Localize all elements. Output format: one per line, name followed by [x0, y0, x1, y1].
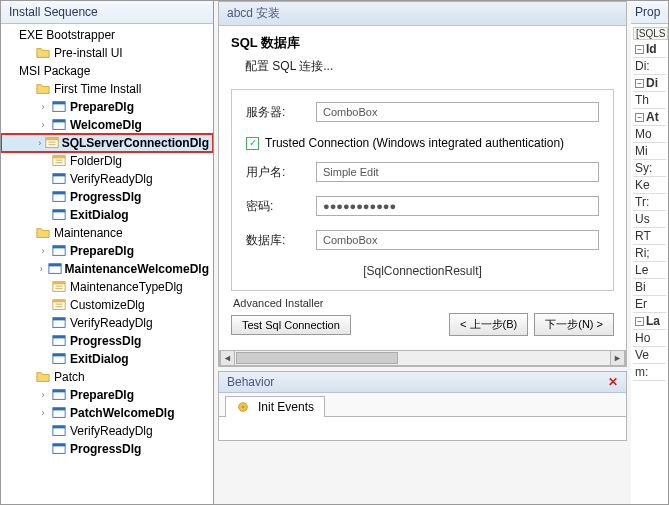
scroll-left-icon[interactable]: ◄ — [220, 351, 235, 365]
scroll-thumb[interactable] — [236, 352, 398, 364]
trusted-label: Trusted Connection (Windows integrated a… — [265, 136, 564, 150]
tree-item[interactable]: CustomizeDlg — [1, 296, 213, 314]
expander-icon[interactable]: › — [37, 119, 49, 131]
expander-icon — [37, 209, 49, 221]
tree-item[interactable]: ›PrepareDlg — [1, 98, 213, 116]
tree-item[interactable]: ExitDialog — [1, 206, 213, 224]
close-icon[interactable]: ✕ — [608, 375, 618, 389]
expander-icon[interactable]: › — [37, 137, 43, 149]
property-row[interactable]: Mo — [633, 126, 666, 143]
property-row[interactable]: Us — [633, 211, 666, 228]
tree-item-label: PrepareDlg — [70, 386, 134, 404]
tree-item[interactable]: ›PrepareDlg — [1, 386, 213, 404]
tree-item-label: ProgressDlg — [70, 188, 141, 206]
tree-item[interactable]: VerifyReadyDlg — [1, 170, 213, 188]
svg-rect-19 — [53, 282, 65, 285]
svg-rect-23 — [53, 318, 65, 321]
svg-point-37 — [242, 406, 245, 409]
server-combobox[interactable]: ComboBox — [316, 102, 599, 122]
tree-item[interactable]: Patch — [1, 368, 213, 386]
password-input[interactable]: ●●●●●●●●●●● — [316, 196, 599, 216]
property-row[interactable]: Ho — [633, 330, 666, 347]
tree-item[interactable]: ExitDialog — [1, 350, 213, 368]
tree-item-label: ExitDialog — [70, 350, 129, 368]
expander-icon[interactable]: › — [37, 407, 49, 419]
svg-rect-31 — [53, 408, 65, 411]
test-connection-button[interactable]: Test Sql Connection — [231, 315, 351, 335]
tree-item[interactable]: Maintenance — [1, 224, 213, 242]
property-row[interactable]: Th — [633, 92, 666, 109]
property-row[interactable]: RT — [633, 228, 666, 245]
expander-icon — [37, 155, 49, 167]
tree-item[interactable]: ›PatchWelcomeDlg — [1, 404, 213, 422]
username-input[interactable]: Simple Edit — [316, 162, 599, 182]
folder-icon — [35, 45, 51, 61]
property-category[interactable]: −La — [633, 313, 666, 330]
tree-item-label: PrepareDlg — [70, 98, 134, 116]
svg-rect-1 — [53, 102, 65, 105]
tree-item-label: VerifyReadyDlg — [70, 170, 153, 188]
username-label: 用户名: — [246, 164, 316, 181]
property-row[interactable]: Le — [633, 262, 666, 279]
trusted-checkbox[interactable]: ✓ — [246, 137, 259, 150]
property-row[interactable]: Ke — [633, 177, 666, 194]
tab-init-events[interactable]: Init Events — [225, 396, 325, 417]
scroll-right-icon[interactable]: ► — [610, 351, 625, 365]
tree-item-label: Patch — [54, 368, 85, 386]
tree-item-label: WelcomeDlg — [70, 116, 142, 134]
sequence-tree[interactable]: EXE BootstrapperPre-install UIMSI Packag… — [1, 24, 213, 504]
tree-item[interactable]: ›PrepareDlg — [1, 242, 213, 260]
tree-item[interactable]: VerifyReadyDlg — [1, 314, 213, 332]
database-combobox[interactable]: ComboBox — [316, 230, 599, 250]
tree-item[interactable]: MaintenanceTypeDlg — [1, 278, 213, 296]
dialog-icon — [45, 135, 59, 151]
expander-icon[interactable]: › — [37, 245, 49, 257]
properties-grid[interactable]: [SQLS−Id Di:−Di Th−At Mo Mi Sy: Ke Tr: U… — [631, 24, 668, 504]
tree-item-label: CustomizeDlg — [70, 296, 145, 314]
property-category[interactable]: −Id — [633, 41, 666, 58]
dialog-icon — [51, 243, 67, 259]
tree-item[interactable]: ProgressDlg — [1, 188, 213, 206]
dialog-preview-panel: abcd 安装 SQL 数据库 配置 SQL 连接... 服务器: ComboB… — [214, 0, 631, 505]
tree-item[interactable]: First Time Install — [1, 80, 213, 98]
property-tag[interactable]: [SQLS — [633, 27, 668, 40]
tree-item[interactable]: ProgressDlg — [1, 440, 213, 458]
expander-icon[interactable]: › — [37, 263, 46, 275]
property-category[interactable]: −Di — [633, 75, 666, 92]
property-row[interactable]: Di: — [633, 58, 666, 75]
expander-icon — [5, 65, 17, 77]
tree-item[interactable]: ›MaintenanceWelcomeDlg — [1, 260, 213, 278]
property-category[interactable]: −At — [633, 109, 666, 126]
dialog-subheading: 配置 SQL 连接... — [245, 58, 614, 75]
property-row[interactable]: Ri; — [633, 245, 666, 262]
property-row[interactable]: m: — [633, 364, 666, 381]
property-row[interactable]: Sy: — [633, 160, 666, 177]
property-row[interactable]: Ve — [633, 347, 666, 364]
expander-icon[interactable]: › — [37, 389, 49, 401]
tree-item[interactable]: FolderDlg — [1, 152, 213, 170]
dialog-icon — [51, 297, 67, 313]
back-button[interactable]: < 上一步(B) — [449, 313, 528, 336]
property-row[interactable]: Bi — [633, 279, 666, 296]
tree-item[interactable]: MSI Package — [1, 62, 213, 80]
property-row[interactable]: Mi — [633, 143, 666, 160]
tree-item[interactable]: VerifyReadyDlg — [1, 422, 213, 440]
dialog-icon — [51, 207, 67, 223]
expander-icon[interactable]: › — [37, 101, 49, 113]
tree-item-label: VerifyReadyDlg — [70, 314, 153, 332]
property-row[interactable]: Er — [633, 296, 666, 313]
property-row[interactable]: Tr: — [633, 194, 666, 211]
tree-item[interactable]: ProgressDlg — [1, 332, 213, 350]
tree-item[interactable]: ›SQLServerConnectionDlg — [1, 134, 213, 152]
tree-item-label: MSI Package — [19, 62, 90, 80]
tree-item[interactable]: Pre-install UI — [1, 44, 213, 62]
dialog-icon — [51, 387, 67, 403]
horizontal-scrollbar[interactable]: ◄ ► — [219, 350, 626, 366]
behavior-tabs: Init Events — [219, 393, 626, 417]
dialog-icon — [51, 117, 67, 133]
tree-item[interactable]: ›WelcomeDlg — [1, 116, 213, 134]
svg-rect-33 — [53, 426, 65, 429]
next-button[interactable]: 下一步(N) > — [534, 313, 614, 336]
tree-item[interactable]: EXE Bootstrapper — [1, 26, 213, 44]
svg-rect-3 — [53, 120, 65, 123]
